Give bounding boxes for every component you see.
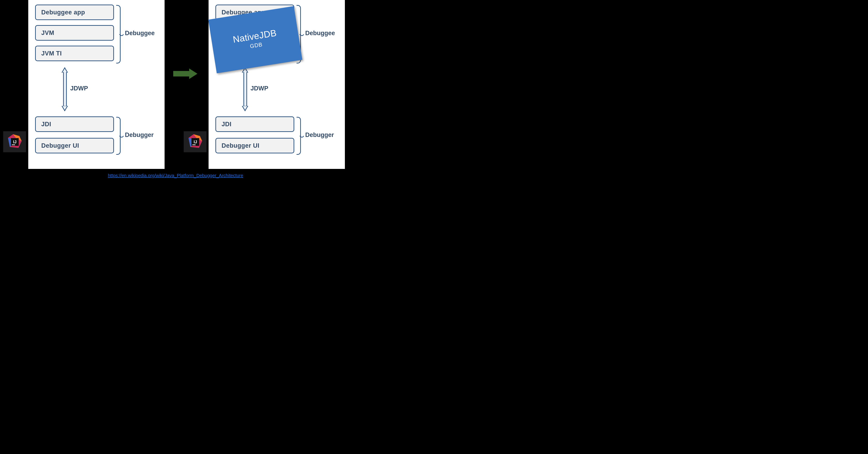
svg-rect-5 [12,144,15,145]
svg-text:IJ: IJ [193,140,197,144]
diagram-canvas: Debuggee app JVM JVM TI JDI Debugger UI … [0,0,351,180]
brace-debugger [297,117,301,155]
brace-label-debuggee: Debuggee [305,30,335,37]
transition-arrow-icon [173,68,198,79]
overlay-subtitle: GDB [249,41,263,49]
brace-debuggee [116,5,121,63]
box-label: Debugger UI [222,142,259,149]
box-jvm-ti: JVM TI [35,46,114,61]
box-label: JDI [41,121,51,128]
jdwp-label: JDWP [70,85,88,92]
box-jdi: JDI [215,116,294,132]
jdwp-label: JDWP [250,85,268,92]
box-jvm: JVM [35,25,114,40]
source-caption: https://en.wikipedia.org/wiki/Java_Platf… [0,173,351,178]
jdwp-arrow [62,67,67,111]
box-label: JVM TI [41,50,62,57]
box-label: Debuggee app [41,9,85,16]
box-label: JVM [41,29,54,36]
intellij-icon: IJ [3,131,26,152]
intellij-icon: IJ [184,131,207,152]
box-jdi: JDI [35,116,114,132]
source-link[interactable]: https://en.wikipedia.org/wiki/Java_Platf… [108,173,243,178]
jdwp-arrow [242,67,247,111]
box-label: Debugger UI [41,142,79,149]
box-debugger-ui: Debugger UI [35,138,114,153]
box-debuggee-app: Debuggee app [35,5,114,20]
box-debugger-ui: Debugger UI [215,138,294,153]
brace-label-debuggee: Debuggee [125,30,155,37]
brace-label-debugger: Debugger [125,132,154,139]
brace-label-debugger: Debugger [305,132,334,139]
svg-rect-11 [192,144,195,145]
svg-text:IJ: IJ [13,140,17,144]
jpda-panel-left: Debuggee app JVM JVM TI JDI Debugger UI … [28,0,164,169]
box-label: JDI [222,121,231,128]
brace-debugger [116,117,121,155]
